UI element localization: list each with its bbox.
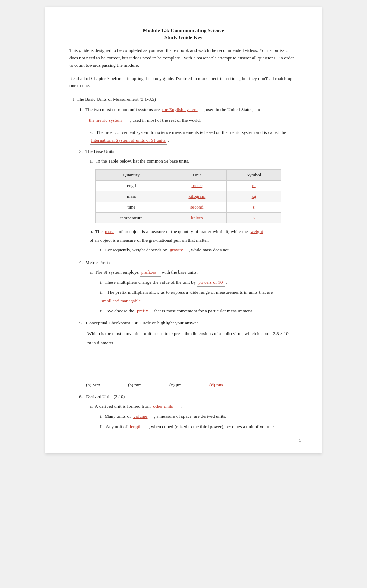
item1-number: 1. <box>79 105 83 114</box>
item5-question-end: m in diameter? <box>87 340 115 346</box>
table-row: temperature kelvin K <box>96 212 281 223</box>
item4-subii-text: The prefix multipliers allow us to expre… <box>107 290 273 295</box>
item1-sub-a: a. The most convenient system for scienc… <box>90 129 298 145</box>
item2-subb-subi-text-after: , while mass does not. <box>189 246 230 254</box>
table-row: time second s <box>96 202 281 212</box>
item1-suba-answer: International System of units or SI unit… <box>90 137 167 145</box>
item4-subi-text-after: . <box>226 278 227 286</box>
item1-suba-text: The most convenient system for science m… <box>96 130 286 135</box>
table-header-unit: Unit <box>167 169 227 180</box>
item2-subb-text-middle: of an object is a measure of the quantit… <box>119 228 248 236</box>
item1-answer2: the metric system <box>87 116 129 125</box>
item6-subi-answer: volume <box>132 412 153 421</box>
table-cell-unit-1: meter <box>167 180 227 191</box>
item2-subb-subi-answer: gravity <box>169 246 188 255</box>
table-row: length meter m <box>96 180 281 191</box>
item1-text-after: , used in most of the rest of the world. <box>130 116 201 125</box>
table-header-quantity: Quantity <box>96 169 167 180</box>
item2-suba-text: In the Table below, list the common SI b… <box>96 158 189 164</box>
table-row: mass kilogram kg <box>96 191 281 202</box>
option-a: (a) Mm <box>86 382 100 388</box>
table-cell-symbol-4: K <box>227 212 281 223</box>
option-d: (d) nm <box>209 382 223 388</box>
item6-subii-answer: length <box>129 423 148 431</box>
item5-options: (a) Mm (b) mm (c) μm (d) nm <box>86 382 298 388</box>
page-number: 1 <box>299 438 301 443</box>
table-cell-unit-3: second <box>167 202 227 212</box>
item5-label: Conceptual Checkpoint 3.4: Circle or hig… <box>86 320 199 325</box>
item2-subb-answer2: weight <box>249 228 266 236</box>
table-cell-unit-2: kilogram <box>167 191 227 202</box>
item4-subiii-text-after: that is most convenient for a particular… <box>154 307 253 315</box>
item4-suba-text-after: with the base units. <box>162 268 198 276</box>
item4-label: Metric Prefixes <box>85 258 114 267</box>
table-cell-quantity-2: mass <box>96 191 167 202</box>
item6-suba-text-after: . <box>181 402 182 411</box>
page: Module 1.3: Communicating Science Study … <box>45 7 322 453</box>
table-cell-quantity-1: length <box>96 180 167 191</box>
intro-para2: Read all of Chapter 3 before attempting … <box>69 75 298 90</box>
section-i-heading: I. The Basic Units of Measurement (3.1-3… <box>73 97 298 102</box>
table-cell-quantity-4: temperature <box>96 212 167 223</box>
table-cell-symbol-1: m <box>227 180 281 191</box>
item5-question: Which is the most convenient unit to use… <box>87 331 289 336</box>
item6-subi-text-after: , a measure of space, are derived units. <box>154 412 226 421</box>
item2-subb-answer1: mass <box>104 228 117 236</box>
intro-para1: This guide is designed to be completed a… <box>69 47 298 69</box>
item1-answer1: the English system <box>161 105 203 114</box>
item5-superscript: -8 <box>289 330 291 334</box>
item2-number: 2. <box>79 147 83 156</box>
item1-suba-trailing: . <box>168 138 169 143</box>
option-c: (c) μm <box>169 382 182 388</box>
option-b: (b) mm <box>128 382 142 388</box>
page-title-line2: Study Guide Key <box>69 35 298 40</box>
table-header-symbol: Symbol <box>227 169 281 180</box>
table-cell-unit-4: kelvin <box>167 212 227 223</box>
table-cell-symbol-2: kg <box>227 191 281 202</box>
item6-suba-answer: other units <box>152 402 179 411</box>
item2-label: The Base Units <box>85 147 114 156</box>
item4-subi-answer: powers of 10 <box>197 278 225 287</box>
item4-subii-answer: small and managable <box>100 297 142 305</box>
item5-number: 5. <box>79 320 85 325</box>
item1-text-before: The two most common unit systems are <box>85 105 160 114</box>
table-cell-symbol-3: s <box>227 202 281 212</box>
item4-number: 4. <box>79 258 83 267</box>
item4-suba-answer: prefixes <box>140 268 161 277</box>
item4-subiii-answer: prefix <box>135 307 153 315</box>
page-title-line1: Module 1.3: Communicating Science <box>69 28 298 34</box>
item2-subb-text-after: of an object is a measure of the gravita… <box>90 236 209 245</box>
item6-number: 6. <box>79 394 85 399</box>
item6-label: Derived Units (3.10) <box>86 394 125 399</box>
item1-suba-label: a. <box>90 130 95 135</box>
item2-sub-a-text: a. In the Table below, list the common S… <box>90 157 298 165</box>
table-cell-quantity-3: time <box>96 202 167 212</box>
item1-text-middle: , used in the United States, and <box>204 105 261 114</box>
item6-subii-text-after: , when cubed (raised to the third power)… <box>149 423 275 431</box>
si-units-table: Quantity Unit Symbol length meter m mass… <box>95 169 281 223</box>
item4-subii-text-after: . <box>145 298 147 303</box>
